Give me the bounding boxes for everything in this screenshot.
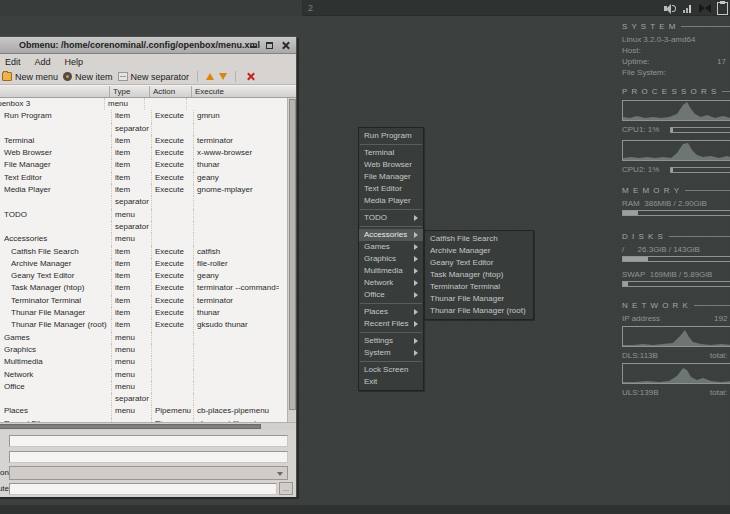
table-cell: item — [111, 246, 151, 258]
table-row[interactable]: PlacesmenuPipemenucb-places-pipemenu — [0, 405, 279, 417]
root-menu-item-terminal[interactable]: Terminal — [359, 147, 423, 159]
table-cell — [193, 332, 279, 344]
clipboard-icon[interactable] — [717, 2, 728, 15]
header-label[interactable] — [0, 86, 110, 97]
table-row[interactable]: Archive ManageritemExecutefile-roller — [0, 258, 279, 270]
horizontal-scrollbar[interactable] — [0, 422, 296, 430]
table-row[interactable]: separator — [0, 221, 279, 233]
root-menu-item-lock-screen[interactable]: Lock Screen — [359, 364, 423, 376]
execute-label: Execute — [0, 484, 9, 493]
root-menu-item-network[interactable]: Network — [359, 277, 423, 289]
root-menu-item-todo[interactable]: TODO — [359, 212, 423, 224]
table-row[interactable]: TerminalitemExecuteterminator — [0, 135, 279, 147]
action-select[interactable] — [9, 466, 288, 480]
horizontal-scrollbar-thumb[interactable] — [0, 424, 261, 429]
close-button[interactable] — [281, 41, 290, 50]
table-row[interactable]: Networkmenu — [0, 369, 279, 381]
table-row[interactable]: Officemenu — [0, 381, 279, 393]
table-cell: Places — [0, 405, 111, 417]
table-row[interactable]: TODOmenu — [0, 209, 279, 221]
new-item-button[interactable]: New item — [63, 72, 113, 82]
menu-help[interactable]: Help — [65, 57, 84, 67]
filesystem-text: File System: — [622, 68, 730, 77]
header-execute[interactable]: Execute — [192, 86, 296, 97]
table-row[interactable]: Graphicsmenu — [0, 344, 279, 356]
submenu-item-geany-text-editor[interactable]: Geany Text Editor — [425, 257, 533, 269]
new-separator-button[interactable]: New separator — [118, 72, 190, 82]
cpu2-row: CPU2: 1% — [622, 165, 730, 174]
delete-button[interactable] — [246, 72, 255, 81]
menu-item-label: Settings — [364, 335, 414, 347]
execute-field[interactable] — [9, 483, 277, 495]
table-row[interactable]: Geany Text EditoritemExecutegeany — [0, 270, 279, 282]
header-type[interactable]: Type — [110, 86, 150, 97]
root-menu-item-media-player[interactable]: Media Player — [359, 195, 423, 207]
table-row[interactable]: Media PlayeritemExecutegnome-mplayer — [0, 184, 279, 196]
table-row[interactable]: Catfish File SearchitemExecutecatfish — [0, 246, 279, 258]
submenu-arrow-icon — [414, 338, 418, 344]
table-row[interactable]: separator — [0, 123, 279, 135]
menu-add[interactable]: Add — [35, 57, 51, 67]
root-menu-item-multimedia[interactable]: Multimedia — [359, 265, 423, 277]
move-down-button[interactable] — [219, 73, 227, 80]
table-row[interactable]: Terminator TerminalitemExecuteterminator — [0, 295, 279, 307]
table-row[interactable]: Accessoriesmenu — [0, 233, 279, 245]
submenu-item-task-manager-htop-[interactable]: Task Manager (htop) — [425, 269, 533, 281]
submenu-item-thunar-file-manager-root-[interactable]: Thunar File Manager (root) — [425, 305, 533, 317]
menu-edit[interactable]: Edit — [5, 57, 21, 67]
table-row[interactable]: Openbox 3menu — [0, 98, 279, 110]
dark-app-icon[interactable] — [699, 3, 711, 14]
table-row[interactable]: Multimediamenu — [0, 356, 279, 368]
table-row[interactable]: File ManageritemExecutethunar — [0, 159, 279, 171]
table-cell: Catfish File Search — [0, 246, 111, 258]
menu-item-label: Graphics — [364, 253, 414, 265]
table-row[interactable]: Web BrowseritemExecutex-www-browser — [0, 147, 279, 159]
titlebar[interactable]: Obmenu: /home/corenominal/.config/openbo… — [0, 37, 296, 54]
table-row[interactable]: Thunar File ManageritemExecutethunar — [0, 307, 279, 319]
browse-button[interactable]: ... — [279, 482, 293, 495]
menu-item-label: Task Manager (htop) — [430, 269, 528, 281]
root-menu-item-text-editor[interactable]: Text Editor — [359, 183, 423, 195]
table-row[interactable]: separator — [0, 393, 279, 405]
root-menu-item-run-program[interactable]: Run Program — [359, 130, 423, 142]
submenu-item-catfish-file-search[interactable]: Catfish File Search — [425, 233, 533, 245]
root-menu-item-office[interactable]: Office — [359, 289, 423, 301]
table-row[interactable]: Gamesmenu — [0, 332, 279, 344]
minimize-button[interactable] — [249, 41, 258, 50]
header-action[interactable]: Action — [150, 86, 192, 97]
root-menu-item-accessories[interactable]: Accessories — [359, 229, 423, 241]
submenu-item-terminator-terminal[interactable]: Terminator Terminal — [425, 281, 533, 293]
signal-bars-icon[interactable] — [683, 3, 693, 13]
table-cell: item — [111, 258, 151, 270]
new-menu-button[interactable]: New menu — [2, 72, 58, 82]
maximize-button[interactable] — [265, 41, 274, 50]
volume-icon[interactable] — [664, 3, 677, 14]
table-row[interactable]: Text EditoritemExecutegeany — [0, 172, 279, 184]
root-menu-item-exit[interactable]: Exit — [359, 376, 423, 388]
menu-item-label: Office — [364, 289, 414, 301]
root-menu-item-file-manager[interactable]: File Manager — [359, 171, 423, 183]
move-up-button[interactable] — [206, 73, 214, 80]
id-field[interactable] — [9, 451, 288, 463]
menubar: Edit Add Help — [0, 54, 296, 69]
vertical-scrollbar[interactable] — [287, 98, 296, 422]
root-menu-item-settings[interactable]: Settings — [359, 335, 423, 347]
root-menu-item-recent-files[interactable]: Recent Files — [359, 318, 423, 330]
root-menu-item-web-browser[interactable]: Web Browser — [359, 159, 423, 171]
root-menu-item-places[interactable]: Places — [359, 306, 423, 318]
table-row[interactable]: separator — [0, 196, 279, 208]
table-row[interactable]: Run ProgramitemExecutegmrun — [0, 110, 279, 122]
root-disk-row: / 26.3GiB / 143GiB — [622, 245, 730, 254]
vertical-scrollbar-thumb[interactable] — [289, 99, 296, 410]
taskbar-window-button[interactable] — [0, 0, 303, 16]
root-menu-item-games[interactable]: Games — [359, 241, 423, 253]
root-menu-item-graphics[interactable]: Graphics — [359, 253, 423, 265]
submenu-item-archive-manager[interactable]: Archive Manager — [425, 245, 533, 257]
table-row[interactable]: Task Manager (htop)itemExecuteterminator… — [0, 282, 279, 294]
workspace-2-label[interactable]: 2 — [308, 3, 313, 13]
memory-section-title: M E M O R Y — [622, 186, 730, 195]
table-row[interactable]: Thunar File Manager (root)itemExecutegks… — [0, 319, 279, 331]
root-menu-item-system[interactable]: System — [359, 347, 423, 359]
label-field[interactable] — [9, 435, 288, 447]
submenu-item-thunar-file-manager[interactable]: Thunar File Manager — [425, 293, 533, 305]
